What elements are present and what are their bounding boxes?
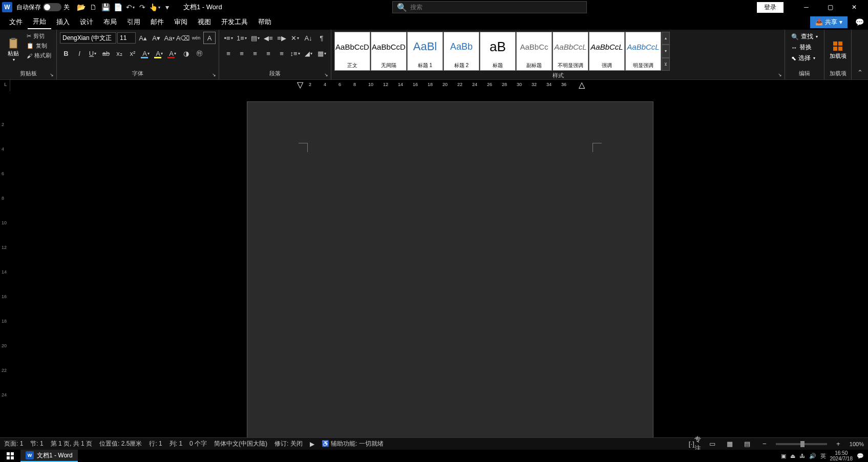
undo-icon[interactable]: ↶▾ — [124, 1, 136, 13]
style-normal[interactable]: AaBbCcD正文 — [334, 32, 370, 71]
tab-review[interactable]: 审阅 — [169, 15, 193, 29]
tab-file[interactable]: 文件 — [4, 15, 28, 29]
paragraph-launcher[interactable]: ↘ — [323, 71, 330, 78]
styles-launcher[interactable]: ↘ — [776, 71, 784, 78]
font-launcher[interactable]: ↘ — [210, 71, 218, 78]
underline-button[interactable]: U▾ — [87, 47, 99, 59]
zoom-out-button[interactable]: − — [758, 439, 771, 449]
status-track-changes[interactable]: 修订: 关闭 — [274, 439, 303, 448]
copy-button[interactable]: 📋复制 — [25, 41, 53, 50]
shading-button[interactable]: ◢▾ — [302, 47, 314, 59]
ruler-horizontal[interactable]: └ ▽ △ 24681012141618202224262830323436 — [0, 80, 868, 91]
borders-button[interactable]: ▦▾ — [315, 47, 328, 59]
align-left-button[interactable]: ≡ — [222, 47, 235, 59]
style-subtle-emphasis[interactable]: AaBbCcL不明显强调 — [553, 32, 588, 71]
style-heading1[interactable]: AaBl标题 1 — [407, 32, 443, 71]
style-subtitle[interactable]: AaBbCc副标题 — [516, 32, 552, 71]
find-button[interactable]: 🔍查找▾ — [790, 32, 819, 41]
select-button[interactable]: ⬉选择▾ — [790, 53, 819, 63]
text-effects-button[interactable]: A▾ — [140, 47, 152, 59]
character-border-button[interactable]: A — [203, 32, 216, 44]
addins-button[interactable]: 加载项 — [828, 32, 848, 68]
phonetic-guide-button[interactable]: wén — [190, 32, 202, 44]
font-size-combo[interactable] — [117, 32, 136, 44]
line-spacing-button[interactable]: ↕≡▾ — [289, 47, 301, 59]
search-input[interactable] — [410, 4, 582, 11]
asian-layout-button[interactable]: ✕▾ — [289, 32, 301, 44]
format-painter-button[interactable]: 🖌格式刷 — [25, 51, 53, 60]
bold-button[interactable]: B — [60, 47, 72, 59]
status-line[interactable]: 行: 1 — [149, 439, 162, 448]
minimize-button[interactable]: ─ — [795, 0, 818, 14]
tab-mailings[interactable]: 邮件 — [145, 15, 169, 29]
status-section[interactable]: 节: 1 — [30, 439, 43, 448]
tab-insert[interactable]: 插入 — [51, 15, 75, 29]
show-marks-button[interactable]: ¶ — [315, 32, 328, 44]
align-right-button[interactable]: ≡ — [249, 47, 261, 59]
distributed-button[interactable]: ≡ — [276, 47, 288, 59]
superscript-button[interactable]: x² — [126, 47, 139, 59]
tray-notifications-icon[interactable]: 💬 — [857, 453, 864, 459]
align-center-button[interactable]: ≡ — [236, 47, 248, 59]
collapse-ribbon-button[interactable]: ⌃ — [854, 68, 866, 77]
style-title[interactable]: aB标题 — [480, 32, 516, 71]
comments-button[interactable]: 💬 — [855, 18, 864, 26]
page-canvas[interactable] — [10, 91, 868, 437]
web-layout-button[interactable]: ▤ — [741, 439, 753, 449]
print-layout-button[interactable]: ▦ — [724, 439, 736, 449]
autosave-toggle[interactable] — [43, 3, 61, 11]
font-color-button[interactable]: A▾ — [166, 47, 179, 59]
tab-references[interactable]: 引用 — [122, 15, 145, 29]
tab-help[interactable]: 帮助 — [253, 15, 277, 29]
taskbar-word-item[interactable]: W 文档1 - Word — [20, 450, 78, 462]
focus-mode-button[interactable]: [·] 专注 — [689, 439, 701, 449]
subscript-button[interactable]: x₂ — [113, 47, 125, 59]
share-button[interactable]: 📤 共享 ▾ — [810, 16, 848, 28]
tray-ime[interactable]: 英 — [820, 452, 826, 460]
styles-scroll-down[interactable]: ▾ — [662, 45, 670, 57]
tray-volume-icon[interactable]: 🔊 — [809, 453, 816, 459]
cut-button[interactable]: ✂剪切 — [25, 32, 53, 40]
status-macro[interactable]: ▶ — [310, 440, 314, 448]
open-icon[interactable]: 📂 — [75, 1, 87, 13]
shrink-font-button[interactable]: A▾ — [150, 32, 162, 44]
read-mode-button[interactable]: ▭ — [706, 439, 718, 449]
strikethrough-button[interactable]: ab — [100, 47, 112, 59]
italic-button[interactable]: I — [73, 47, 86, 59]
search-box[interactable]: 🔍 — [392, 1, 587, 13]
clipboard-launcher[interactable]: ↘ — [48, 71, 55, 78]
increase-indent-button[interactable]: ≡▶ — [276, 32, 288, 44]
change-case-button[interactable]: Aa▾ — [163, 32, 176, 44]
tab-layout[interactable]: 布局 — [98, 15, 122, 29]
tab-view[interactable]: 视图 — [193, 15, 216, 29]
font-name-combo[interactable] — [60, 32, 116, 44]
style-heading2[interactable]: AaBb标题 2 — [443, 32, 479, 71]
decrease-indent-button[interactable]: ◀≡ — [262, 32, 274, 44]
tray-clock[interactable]: 16:50 2024/7/18 — [830, 450, 853, 461]
justify-button[interactable]: ≡ — [262, 47, 274, 59]
zoom-slider[interactable] — [776, 443, 827, 445]
numbering-button[interactable]: 1≡▾ — [236, 32, 248, 44]
status-page-of[interactable]: 第 1 页, 共 1 页 — [51, 439, 92, 448]
clear-formatting-button[interactable]: A⌫ — [177, 32, 189, 44]
first-line-indent[interactable]: ▽ — [297, 80, 303, 90]
export-icon[interactable]: 📄 — [112, 1, 124, 13]
zoom-percent[interactable]: 100% — [850, 441, 864, 447]
status-column[interactable]: 列: 1 — [170, 439, 182, 448]
tab-design[interactable]: 设计 — [75, 15, 98, 29]
styles-expand[interactable]: ⊻ — [662, 58, 670, 71]
tab-developer[interactable]: 开发工具 — [216, 15, 253, 29]
highlight-button[interactable]: A▾ — [153, 47, 165, 59]
close-button[interactable]: ✕ — [843, 0, 866, 14]
character-shading-button[interactable]: ◑ — [180, 47, 192, 59]
save-icon[interactable]: 💾 — [99, 1, 112, 13]
tray-network-icon[interactable]: 🖧 — [799, 453, 805, 459]
right-indent[interactable]: △ — [579, 80, 585, 90]
redo-icon[interactable]: ↷ — [136, 1, 149, 13]
replace-button[interactable]: ↔替换 — [790, 43, 819, 52]
bullets-button[interactable]: •≡▾ — [222, 32, 235, 44]
enclose-characters-button[interactable]: ㊕ — [193, 47, 205, 59]
ruler-vertical[interactable]: 24681012141618202224 — [0, 91, 10, 437]
maximize-button[interactable]: ▢ — [819, 0, 842, 14]
sort-button[interactable]: A↓ — [302, 32, 314, 44]
